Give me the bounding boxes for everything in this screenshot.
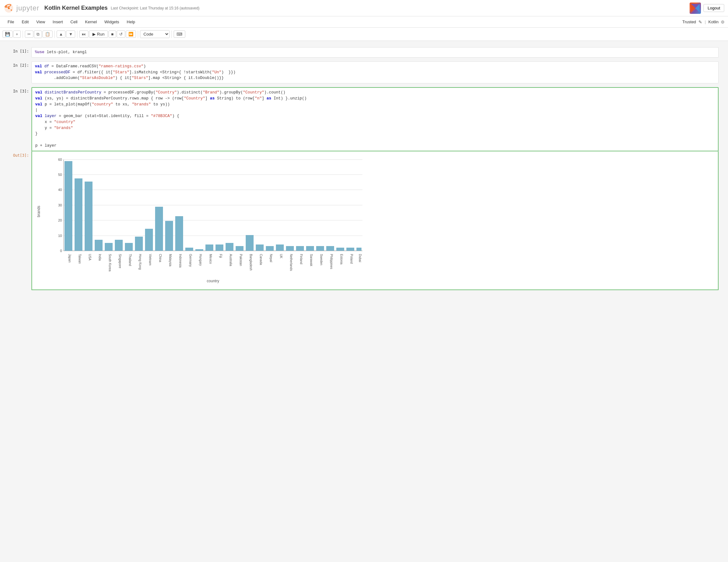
stop-button[interactable]: ■ xyxy=(109,31,116,38)
cell-type-select[interactable]: Code Markdown Raw xyxy=(140,30,170,38)
bar-germany xyxy=(185,248,193,251)
bar-hong-kong xyxy=(135,237,143,251)
bar-hungary xyxy=(195,249,203,251)
menu-edit[interactable]: Edit xyxy=(18,18,32,26)
restart-button[interactable]: ↺ xyxy=(117,31,125,38)
jupyter-text: jupyter xyxy=(16,4,39,12)
keyboard-shortcuts-button[interactable]: ⌨ xyxy=(174,31,185,38)
bar-nepal xyxy=(266,246,274,251)
bar-finland xyxy=(296,246,304,251)
label-china: China xyxy=(159,254,162,262)
svg-point-2 xyxy=(8,7,10,9)
code-line-2-2: val processedDF = df.filter({ it["Stars"… xyxy=(35,70,715,76)
label-dubai: Dubai xyxy=(358,254,362,262)
cell-3-output-row: Out[3]: brands 0 10 xyxy=(9,151,719,290)
save-icon: 💾 xyxy=(5,32,10,37)
menu-items: File Edit View Insert Cell Kernel Widget… xyxy=(4,18,139,26)
cell-3-active-wrapper: val distinctBrandsPerCountry = processed… xyxy=(31,87,719,151)
kotlin-logo-icon xyxy=(690,3,701,14)
code-line-3-9 xyxy=(35,137,715,143)
notebook-title[interactable]: Kotlin Kernel Examples xyxy=(44,5,108,11)
fast-forward-button[interactable]: ⏭ xyxy=(79,31,88,38)
kernel-status-dot xyxy=(721,20,724,24)
bar-estonia xyxy=(336,248,344,251)
trusted-label: Trusted xyxy=(682,20,696,24)
code-line-3-2: val (xs, ys) = distinctBrandsPerCountry.… xyxy=(35,96,715,102)
kotlin-icon xyxy=(691,4,700,13)
bar-australia xyxy=(226,243,233,251)
cell-2-content[interactable]: val df = DataFrame.readCSV("ramen-rating… xyxy=(31,61,719,83)
kernel-label: Kotlin xyxy=(708,20,719,24)
label-estonia: Estonia xyxy=(340,254,343,265)
move-down-button[interactable]: ▼ xyxy=(66,31,75,38)
label-netherlands: Netherlands xyxy=(289,254,293,271)
logout-button[interactable]: Logout xyxy=(703,4,724,12)
cell-2-container: In [2]: val df = DataFrame.readCSV("rame… xyxy=(9,61,719,83)
checkpoint-text: Last Checkpoint: Last Thursday at 15:16 … xyxy=(111,6,199,10)
y-tick-50: 50 xyxy=(58,173,62,177)
move-up-button[interactable]: ▲ xyxy=(57,31,66,38)
cell-3-output-wrapper: brands 0 10 20 30 40 xyxy=(31,151,719,290)
cell-3-label: In [3]: xyxy=(9,87,31,93)
menu-cell[interactable]: Cell xyxy=(67,18,81,26)
cut-button[interactable]: ✂ xyxy=(25,31,33,38)
label-malaysia: Malaysia xyxy=(169,254,172,267)
cell-2-row: In [2]: val df = DataFrame.readCSV("rame… xyxy=(9,61,719,83)
y-tick-30: 30 xyxy=(58,203,62,207)
bar-canada xyxy=(256,244,264,251)
code-line-3-5: val layer = geom_bar (stat=Stat.identity… xyxy=(35,113,715,119)
bar-thailand xyxy=(125,243,133,251)
code-line-3-7: y = "brands" xyxy=(35,125,715,131)
bar-pakistan xyxy=(236,246,244,251)
cell-1-content[interactable]: %use lets-plot, krangl xyxy=(31,47,719,58)
menu-view[interactable]: View xyxy=(32,18,49,26)
cell-3-content[interactable]: val distinctBrandsPerCountry = processed… xyxy=(32,88,718,151)
edit-icon[interactable]: ✎ xyxy=(698,20,702,25)
label-canada: Canada xyxy=(259,254,263,265)
cell-2-label: In [2]: xyxy=(9,61,31,68)
header-right: Logout xyxy=(690,3,724,14)
menu-insert[interactable]: Insert xyxy=(49,18,67,26)
paste-button[interactable]: 📋 xyxy=(42,31,53,38)
toolbar-sep-5 xyxy=(171,31,172,38)
run-icon: ▶ xyxy=(92,32,96,37)
cell-1-row: In [1]: %use lets-plot, krangl xyxy=(9,47,719,58)
bar-malaysia xyxy=(165,221,173,251)
cell-1-container: In [1]: %use lets-plot, krangl xyxy=(9,47,719,58)
bar-china xyxy=(155,207,163,251)
chart-output: brands 0 10 20 30 40 xyxy=(35,153,715,286)
label-taiwan: Taiwan xyxy=(78,254,81,264)
bar-singapore xyxy=(115,240,123,251)
code-line-3-10: p + layer xyxy=(35,143,715,149)
bar-sarawak xyxy=(306,246,314,251)
menu-help[interactable]: Help xyxy=(123,18,139,26)
menu-widgets[interactable]: Widgets xyxy=(101,18,123,26)
menubar-right: Trusted ✎ | Kotlin xyxy=(682,20,724,25)
menu-file[interactable]: File xyxy=(4,18,18,26)
bar-fiji xyxy=(216,244,223,251)
save-button[interactable]: 💾 xyxy=(3,31,13,38)
label-pakistan: Pakistan xyxy=(239,254,243,266)
cell-3-out-label: Out[3]: xyxy=(9,151,31,158)
toolbar-sep-1 xyxy=(23,31,23,38)
code-line-3-1: val distinctBrandsPerCountry = processed… xyxy=(35,90,715,96)
main-content: In [1]: %use lets-plot, krangl In [2]: v… xyxy=(0,41,728,562)
menu-kernel[interactable]: Kernel xyxy=(81,18,101,26)
bar-uk xyxy=(276,244,284,251)
label-south-korea: South Korea xyxy=(108,254,112,272)
restart-run-button[interactable]: ⏩ xyxy=(126,31,136,38)
bar-japan xyxy=(64,161,72,251)
y-tick-0: 0 xyxy=(60,249,62,253)
toolbar-sep-2 xyxy=(54,31,55,38)
add-cell-button[interactable]: + xyxy=(13,31,21,38)
code-line-3-3: val p = lets_plot(mapOf("country" to xs,… xyxy=(35,102,715,108)
run-label: Run xyxy=(97,32,104,37)
copy-button[interactable]: ⧉ xyxy=(34,31,42,38)
label-vietnam: Vietnam xyxy=(148,254,152,266)
bar-chart: brands 0 10 20 30 40 xyxy=(35,153,366,285)
toolbar-sep-4 xyxy=(138,31,138,38)
run-button[interactable]: ▶ Run xyxy=(89,31,108,38)
label-sweden: Sweden xyxy=(320,254,323,265)
toolbar-sep-3 xyxy=(77,31,77,38)
code-line-2-1: val df = DataFrame.readCSV("ramen-rating… xyxy=(35,64,715,70)
